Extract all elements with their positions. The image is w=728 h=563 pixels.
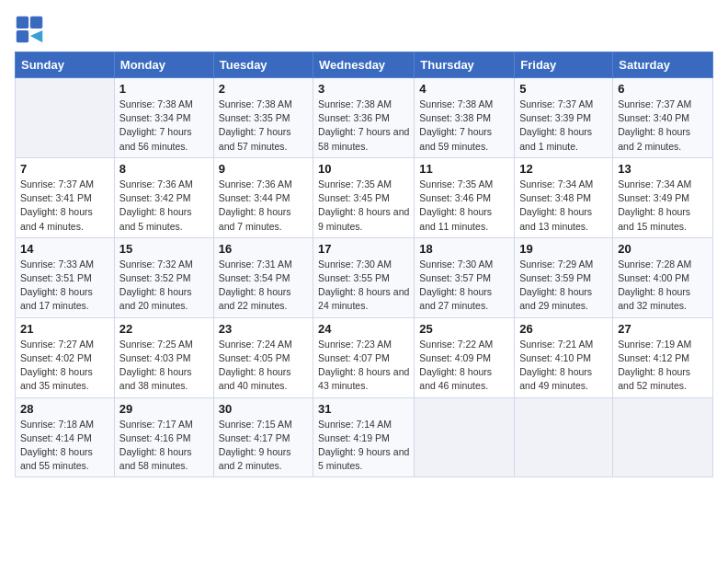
day-cell: 10Sunrise: 7:35 AMSunset: 3:45 PMDayligh… [313, 157, 415, 237]
day-detail: Sunrise: 7:37 AMSunset: 3:40 PMDaylight:… [618, 98, 708, 154]
day-detail: Sunrise: 7:36 AMSunset: 3:42 PMDaylight:… [119, 178, 209, 234]
day-cell: 12Sunrise: 7:34 AMSunset: 3:48 PMDayligh… [515, 157, 613, 237]
week-row-1: 1Sunrise: 7:38 AMSunset: 3:34 PMDaylight… [16, 78, 713, 158]
day-number: 29 [119, 402, 209, 416]
day-detail: Sunrise: 7:21 AMSunset: 4:10 PMDaylight:… [519, 338, 608, 394]
day-detail: Sunrise: 7:14 AMSunset: 4:19 PMDaylight:… [318, 418, 409, 474]
day-number: 9 [219, 162, 308, 176]
day-detail: Sunrise: 7:34 AMSunset: 3:48 PMDaylight:… [519, 178, 608, 234]
week-row-2: 7Sunrise: 7:37 AMSunset: 3:41 PMDaylight… [16, 157, 713, 237]
day-number: 2 [219, 82, 308, 96]
day-number: 28 [20, 402, 109, 416]
day-cell: 22Sunrise: 7:25 AMSunset: 4:03 PMDayligh… [114, 317, 213, 397]
col-header-tuesday: Tuesday [213, 52, 313, 78]
day-number: 20 [618, 242, 708, 256]
col-header-monday: Monday [114, 52, 213, 78]
day-cell: 5Sunrise: 7:37 AMSunset: 3:39 PMDaylight… [515, 78, 613, 158]
day-detail: Sunrise: 7:38 AMSunset: 3:35 PMDaylight:… [219, 98, 308, 154]
svg-rect-0 [17, 17, 28, 29]
day-cell: 14Sunrise: 7:33 AMSunset: 3:51 PMDayligh… [16, 237, 115, 317]
day-detail: Sunrise: 7:36 AMSunset: 3:44 PMDaylight:… [219, 178, 308, 234]
day-number: 4 [419, 82, 509, 96]
day-cell: 15Sunrise: 7:32 AMSunset: 3:52 PMDayligh… [114, 237, 213, 317]
day-number: 14 [20, 242, 109, 256]
svg-rect-1 [30, 17, 42, 29]
day-detail: Sunrise: 7:30 AMSunset: 3:57 PMDaylight:… [419, 258, 509, 314]
day-cell: 6Sunrise: 7:37 AMSunset: 3:40 PMDaylight… [613, 78, 713, 158]
day-detail: Sunrise: 7:18 AMSunset: 4:14 PMDaylight:… [20, 418, 109, 474]
day-number: 16 [219, 242, 308, 256]
svg-marker-3 [30, 30, 42, 42]
logo-icon [15, 15, 44, 44]
day-cell: 30Sunrise: 7:15 AMSunset: 4:17 PMDayligh… [213, 397, 313, 477]
calendar-table: SundayMondayTuesdayWednesdayThursdayFrid… [15, 52, 713, 477]
day-cell: 20Sunrise: 7:28 AMSunset: 4:00 PMDayligh… [613, 237, 713, 317]
week-row-3: 14Sunrise: 7:33 AMSunset: 3:51 PMDayligh… [16, 237, 713, 317]
day-detail: Sunrise: 7:38 AMSunset: 3:36 PMDaylight:… [318, 98, 409, 154]
day-number: 23 [219, 322, 308, 336]
day-detail: Sunrise: 7:33 AMSunset: 3:51 PMDaylight:… [20, 258, 109, 314]
day-cell [613, 397, 713, 477]
day-number: 30 [219, 402, 308, 416]
day-cell: 27Sunrise: 7:19 AMSunset: 4:12 PMDayligh… [613, 317, 713, 397]
day-detail: Sunrise: 7:34 AMSunset: 3:49 PMDaylight:… [618, 178, 708, 234]
day-detail: Sunrise: 7:24 AMSunset: 4:05 PMDaylight:… [219, 338, 308, 394]
day-cell: 28Sunrise: 7:18 AMSunset: 4:14 PMDayligh… [16, 397, 115, 477]
day-detail: Sunrise: 7:15 AMSunset: 4:17 PMDaylight:… [219, 418, 308, 474]
day-detail: Sunrise: 7:31 AMSunset: 3:54 PMDaylight:… [219, 258, 308, 314]
svg-rect-2 [17, 30, 28, 42]
day-number: 26 [519, 322, 608, 336]
day-detail: Sunrise: 7:37 AMSunset: 3:41 PMDaylight:… [20, 178, 109, 234]
day-number: 21 [20, 322, 109, 336]
day-cell: 26Sunrise: 7:21 AMSunset: 4:10 PMDayligh… [515, 317, 613, 397]
day-detail: Sunrise: 7:17 AMSunset: 4:16 PMDaylight:… [119, 418, 209, 474]
week-row-5: 28Sunrise: 7:18 AMSunset: 4:14 PMDayligh… [16, 397, 713, 477]
day-number: 22 [119, 322, 209, 336]
col-header-thursday: Thursday [415, 52, 515, 78]
col-header-sunday: Sunday [16, 52, 115, 78]
day-cell: 2Sunrise: 7:38 AMSunset: 3:35 PMDaylight… [213, 78, 313, 158]
day-number: 5 [519, 82, 608, 96]
day-detail: Sunrise: 7:32 AMSunset: 3:52 PMDaylight:… [119, 258, 209, 314]
day-cell: 1Sunrise: 7:38 AMSunset: 3:34 PMDaylight… [114, 78, 213, 158]
day-detail: Sunrise: 7:38 AMSunset: 3:34 PMDaylight:… [119, 98, 209, 154]
day-cell: 4Sunrise: 7:38 AMSunset: 3:38 PMDaylight… [415, 78, 515, 158]
day-cell [16, 78, 115, 158]
day-number: 3 [318, 82, 409, 96]
calendar-header-row: SundayMondayTuesdayWednesdayThursdayFrid… [16, 52, 713, 78]
day-cell [415, 397, 515, 477]
day-detail: Sunrise: 7:23 AMSunset: 4:07 PMDaylight:… [318, 338, 409, 394]
day-detail: Sunrise: 7:25 AMSunset: 4:03 PMDaylight:… [119, 338, 209, 394]
day-number: 1 [119, 82, 209, 96]
day-number: 6 [618, 82, 708, 96]
day-detail: Sunrise: 7:19 AMSunset: 4:12 PMDaylight:… [618, 338, 708, 394]
day-cell: 24Sunrise: 7:23 AMSunset: 4:07 PMDayligh… [313, 317, 415, 397]
day-number: 10 [318, 162, 409, 176]
day-number: 8 [119, 162, 209, 176]
day-number: 27 [618, 322, 708, 336]
day-number: 19 [519, 242, 608, 256]
day-cell: 9Sunrise: 7:36 AMSunset: 3:44 PMDaylight… [213, 157, 313, 237]
day-cell: 31Sunrise: 7:14 AMSunset: 4:19 PMDayligh… [313, 397, 415, 477]
day-number: 24 [318, 322, 409, 336]
day-cell: 7Sunrise: 7:37 AMSunset: 3:41 PMDaylight… [16, 157, 115, 237]
week-row-4: 21Sunrise: 7:27 AMSunset: 4:02 PMDayligh… [16, 317, 713, 397]
day-number: 13 [618, 162, 708, 176]
day-detail: Sunrise: 7:38 AMSunset: 3:38 PMDaylight:… [419, 98, 509, 154]
day-cell: 13Sunrise: 7:34 AMSunset: 3:49 PMDayligh… [613, 157, 713, 237]
day-cell: 23Sunrise: 7:24 AMSunset: 4:05 PMDayligh… [213, 317, 313, 397]
day-number: 31 [318, 402, 409, 416]
col-header-saturday: Saturday [613, 52, 713, 78]
day-detail: Sunrise: 7:22 AMSunset: 4:09 PMDaylight:… [419, 338, 509, 394]
logo [15, 15, 48, 44]
day-detail: Sunrise: 7:37 AMSunset: 3:39 PMDaylight:… [519, 98, 608, 154]
day-cell: 19Sunrise: 7:29 AMSunset: 3:59 PMDayligh… [515, 237, 613, 317]
col-header-friday: Friday [515, 52, 613, 78]
day-cell: 16Sunrise: 7:31 AMSunset: 3:54 PMDayligh… [213, 237, 313, 317]
day-number: 7 [20, 162, 109, 176]
day-detail: Sunrise: 7:27 AMSunset: 4:02 PMDaylight:… [20, 338, 109, 394]
day-cell: 3Sunrise: 7:38 AMSunset: 3:36 PMDaylight… [313, 78, 415, 158]
day-cell: 11Sunrise: 7:35 AMSunset: 3:46 PMDayligh… [415, 157, 515, 237]
day-number: 18 [419, 242, 509, 256]
day-cell: 18Sunrise: 7:30 AMSunset: 3:57 PMDayligh… [415, 237, 515, 317]
